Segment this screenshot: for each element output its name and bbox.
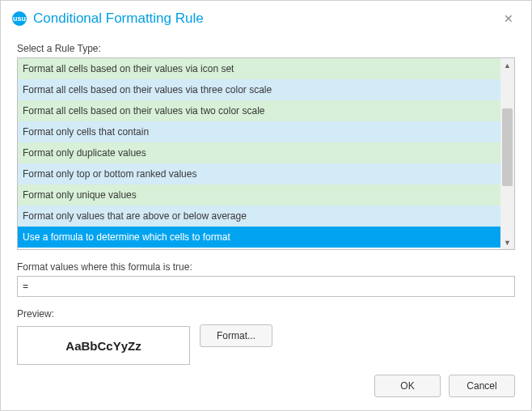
preview-row: AaBbCcYyZz Format... (17, 326, 515, 365)
rule-type-item[interactable]: Format all cells based on their values v… (18, 79, 500, 100)
formula-label: Format values where this formula is true… (17, 261, 515, 273)
preview-sample: AaBbCcYyZz (17, 326, 190, 365)
app-logo-icon: usu (12, 11, 27, 26)
rule-type-scrollbar[interactable]: ▲ ▼ (500, 58, 514, 249)
rule-type-listbox: Format all cells based on their values v… (17, 57, 515, 250)
rule-type-item[interactable]: Format only duplicate values (18, 142, 500, 163)
rule-type-item[interactable]: Format all cells based on their values v… (18, 100, 500, 121)
formula-input[interactable] (17, 276, 515, 297)
rule-type-list[interactable]: Format all cells based on their values v… (18, 58, 500, 249)
dialog-title: Conditional Formatting Rule (33, 11, 497, 27)
ok-button[interactable]: OK (374, 375, 441, 397)
scroll-up-icon[interactable]: ▲ (500, 58, 514, 72)
rule-type-item[interactable]: Use a formula to determine which cells t… (18, 227, 500, 248)
scroll-down-icon[interactable]: ▼ (500, 235, 514, 249)
scroll-thumb[interactable] (502, 108, 513, 186)
rule-type-item[interactable]: Format only top or bottom ranked values (18, 163, 500, 184)
cancel-button[interactable]: Cancel (449, 375, 515, 397)
select-rule-type-label: Select a Rule Type: (17, 43, 515, 54)
rule-type-item[interactable]: Format only unique values (18, 184, 500, 206)
rule-type-item[interactable]: Format all cells based on their values v… (18, 58, 500, 79)
rule-type-item[interactable]: Format only values that are above or bel… (18, 206, 500, 227)
close-icon[interactable]: ✕ (497, 7, 520, 30)
format-button[interactable]: Format... (200, 324, 272, 347)
preview-label: Preview: (17, 308, 515, 320)
rule-type-item[interactable]: Format only cells that contain (18, 121, 500, 142)
conditional-formatting-dialog: usu Conditional Formatting Rule ✕ Select… (0, 0, 532, 411)
dialog-content: Select a Rule Type: Format all cells bas… (1, 36, 531, 410)
dialog-buttons: OK Cancel (374, 375, 515, 397)
titlebar: usu Conditional Formatting Rule ✕ (1, 1, 531, 36)
